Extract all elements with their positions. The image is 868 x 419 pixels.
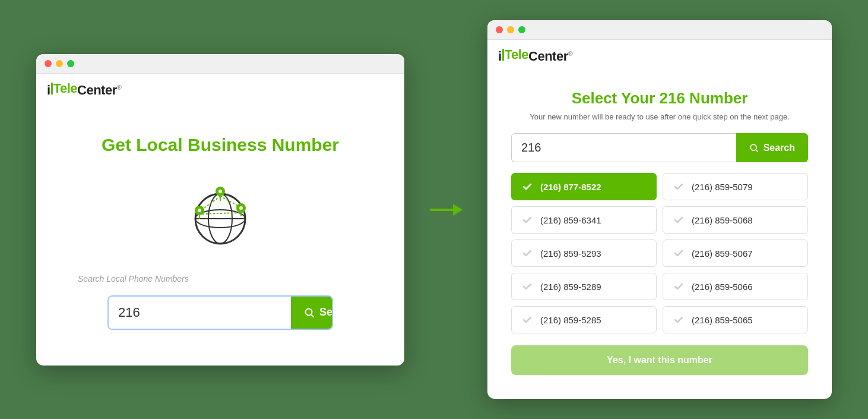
svg-line-21 (756, 150, 758, 152)
number-text: (216) 859-5068 (692, 215, 753, 225)
svg-line-15 (202, 213, 239, 214)
number-text: (216) 859-6341 (540, 215, 601, 225)
right-logo-tele-part: Tele (502, 47, 528, 62)
number-item[interactable]: (216) 859-5293 (511, 240, 657, 267)
traffic-light-green (67, 60, 74, 67)
check-icon (673, 214, 685, 226)
left-logo-area: iTeleCenter® (36, 74, 404, 105)
search-button-left-label: Search (319, 306, 333, 319)
number-text: (216) 877-8522 (540, 182, 601, 192)
right-logo-tele-text: Tele (505, 47, 528, 62)
left-window: iTeleCenter® Get Local Business Number (36, 54, 404, 366)
number-item[interactable]: (216) 859-5285 (511, 306, 657, 333)
right-window: iTeleCenter® Select Your 216 Number Your… (487, 20, 832, 399)
number-text: (216) 859-5067 (692, 248, 753, 259)
globe-icon-container (179, 173, 262, 256)
search-button-right[interactable]: Search (736, 133, 808, 162)
right-traffic-light-yellow (507, 26, 514, 33)
svg-line-17 (312, 314, 314, 317)
logo-tele-text: Tele (53, 81, 77, 96)
check-icon (673, 247, 685, 259)
right-logo: iTeleCenter® (498, 47, 572, 64)
number-text: (216) 859-5285 (540, 315, 601, 325)
globe-icon (182, 176, 259, 253)
left-content: Get Local Business Number (36, 105, 404, 366)
right-content: Select Your 216 Number Your new number w… (487, 71, 832, 399)
search-row-left: Search (107, 295, 333, 330)
arrow-icon (428, 198, 464, 222)
traffic-light-yellow (56, 60, 63, 67)
right-titlebar (487, 20, 832, 40)
right-traffic-light-green (518, 26, 525, 33)
check-icon (673, 281, 685, 292)
number-item[interactable]: (216) 859-6341 (511, 206, 657, 234)
search-input-left[interactable] (109, 297, 291, 329)
search-icon-left (304, 307, 315, 318)
number-item[interactable]: (216) 859-5079 (663, 173, 808, 200)
logo-bar (51, 83, 53, 94)
check-icon (521, 281, 533, 292)
right-logo-bar (502, 49, 504, 61)
number-item[interactable]: (216) 859-5065 (663, 306, 808, 333)
check-icon (521, 214, 533, 226)
number-text: (216) 859-5293 (540, 248, 601, 259)
confirm-button[interactable]: Yes, I want this number (511, 345, 808, 375)
right-logo-area: iTeleCenter® (487, 40, 832, 71)
number-text: (216) 859-5079 (692, 182, 753, 192)
numbers-grid: (216) 877-8522 (216) 859-5079 (216) 859-… (511, 173, 808, 333)
page-subtitle-right: Your new number will be ready to use aft… (511, 112, 808, 121)
svg-point-5 (218, 190, 222, 193)
search-row-right: Search (511, 133, 808, 162)
svg-point-8 (198, 209, 201, 212)
search-label: Search Local Phone Numbers (78, 274, 189, 283)
number-item[interactable]: (216) 859-5289 (511, 273, 657, 300)
number-text: (216) 859-5065 (692, 315, 753, 325)
search-input-right[interactable] (511, 133, 736, 162)
search-button-left[interactable]: Search (291, 297, 333, 329)
number-text: (216) 859-5066 (692, 282, 753, 292)
page-title-right: Select Your 216 Number (511, 89, 808, 108)
check-icon (673, 314, 685, 326)
number-item[interactable]: (216) 859-5066 (663, 273, 808, 300)
check-icon (521, 314, 533, 326)
search-icon-right (749, 143, 759, 153)
page-title-left: Get Local Business Number (102, 135, 339, 155)
number-item[interactable]: (216) 859-5067 (663, 240, 808, 267)
logo-trademark: ® (117, 83, 122, 90)
right-logo-trademark: ® (568, 50, 573, 57)
number-text: (216) 859-5289 (540, 282, 601, 292)
check-icon (521, 247, 533, 259)
arrow-container (428, 198, 464, 222)
number-item[interactable]: (216) 859-5068 (663, 206, 808, 234)
check-icon (521, 181, 533, 193)
right-traffic-light-red (496, 26, 503, 33)
svg-marker-19 (453, 204, 462, 216)
logo-tele-part: Tele (50, 81, 77, 96)
search-button-right-label: Search (764, 143, 795, 153)
number-item[interactable]: (216) 877-8522 (511, 173, 657, 200)
left-titlebar (36, 54, 404, 74)
check-icon (673, 181, 685, 193)
traffic-light-red (45, 60, 52, 67)
logo: iTeleCenter® (47, 81, 121, 98)
